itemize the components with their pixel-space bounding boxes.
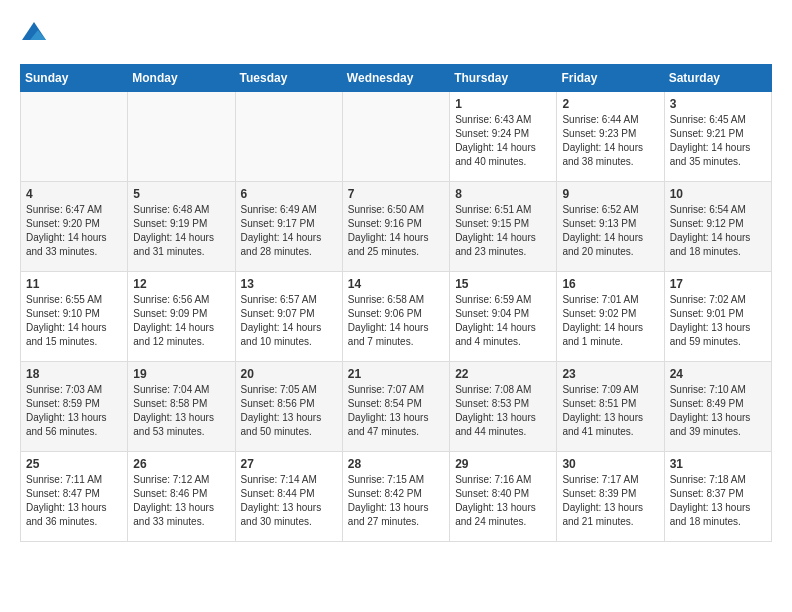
day-info: Sunrise: 7:14 AM Sunset: 8:44 PM Dayligh…: [241, 473, 337, 529]
day-cell: 9Sunrise: 6:52 AM Sunset: 9:13 PM Daylig…: [557, 182, 664, 272]
day-cell: 6Sunrise: 6:49 AM Sunset: 9:17 PM Daylig…: [235, 182, 342, 272]
day-cell: 15Sunrise: 6:59 AM Sunset: 9:04 PM Dayli…: [450, 272, 557, 362]
day-info: Sunrise: 6:51 AM Sunset: 9:15 PM Dayligh…: [455, 203, 551, 259]
day-number: 28: [348, 457, 444, 471]
day-info: Sunrise: 6:50 AM Sunset: 9:16 PM Dayligh…: [348, 203, 444, 259]
day-info: Sunrise: 7:08 AM Sunset: 8:53 PM Dayligh…: [455, 383, 551, 439]
day-number: 23: [562, 367, 658, 381]
day-info: Sunrise: 7:03 AM Sunset: 8:59 PM Dayligh…: [26, 383, 122, 439]
day-info: Sunrise: 7:15 AM Sunset: 8:42 PM Dayligh…: [348, 473, 444, 529]
day-info: Sunrise: 6:59 AM Sunset: 9:04 PM Dayligh…: [455, 293, 551, 349]
logo: [20, 20, 52, 48]
day-info: Sunrise: 6:44 AM Sunset: 9:23 PM Dayligh…: [562, 113, 658, 169]
day-number: 4: [26, 187, 122, 201]
day-cell: 20Sunrise: 7:05 AM Sunset: 8:56 PM Dayli…: [235, 362, 342, 452]
day-cell: [342, 92, 449, 182]
day-number: 15: [455, 277, 551, 291]
day-info: Sunrise: 6:43 AM Sunset: 9:24 PM Dayligh…: [455, 113, 551, 169]
day-cell: 7Sunrise: 6:50 AM Sunset: 9:16 PM Daylig…: [342, 182, 449, 272]
day-cell: 28Sunrise: 7:15 AM Sunset: 8:42 PM Dayli…: [342, 452, 449, 542]
day-info: Sunrise: 7:07 AM Sunset: 8:54 PM Dayligh…: [348, 383, 444, 439]
day-info: Sunrise: 6:58 AM Sunset: 9:06 PM Dayligh…: [348, 293, 444, 349]
col-header-tuesday: Tuesday: [235, 65, 342, 92]
day-cell: 2Sunrise: 6:44 AM Sunset: 9:23 PM Daylig…: [557, 92, 664, 182]
day-cell: [235, 92, 342, 182]
day-info: Sunrise: 7:05 AM Sunset: 8:56 PM Dayligh…: [241, 383, 337, 439]
day-cell: 17Sunrise: 7:02 AM Sunset: 9:01 PM Dayli…: [664, 272, 771, 362]
day-info: Sunrise: 6:57 AM Sunset: 9:07 PM Dayligh…: [241, 293, 337, 349]
day-cell: 13Sunrise: 6:57 AM Sunset: 9:07 PM Dayli…: [235, 272, 342, 362]
header-row: SundayMondayTuesdayWednesdayThursdayFrid…: [21, 65, 772, 92]
day-number: 2: [562, 97, 658, 111]
day-cell: 23Sunrise: 7:09 AM Sunset: 8:51 PM Dayli…: [557, 362, 664, 452]
day-number: 16: [562, 277, 658, 291]
day-info: Sunrise: 6:45 AM Sunset: 9:21 PM Dayligh…: [670, 113, 766, 169]
day-cell: 1Sunrise: 6:43 AM Sunset: 9:24 PM Daylig…: [450, 92, 557, 182]
week-row-4: 18Sunrise: 7:03 AM Sunset: 8:59 PM Dayli…: [21, 362, 772, 452]
day-info: Sunrise: 7:17 AM Sunset: 8:39 PM Dayligh…: [562, 473, 658, 529]
day-number: 3: [670, 97, 766, 111]
day-number: 21: [348, 367, 444, 381]
day-number: 9: [562, 187, 658, 201]
col-header-wednesday: Wednesday: [342, 65, 449, 92]
col-header-monday: Monday: [128, 65, 235, 92]
day-info: Sunrise: 7:18 AM Sunset: 8:37 PM Dayligh…: [670, 473, 766, 529]
day-info: Sunrise: 6:55 AM Sunset: 9:10 PM Dayligh…: [26, 293, 122, 349]
day-number: 19: [133, 367, 229, 381]
day-cell: 29Sunrise: 7:16 AM Sunset: 8:40 PM Dayli…: [450, 452, 557, 542]
day-cell: 3Sunrise: 6:45 AM Sunset: 9:21 PM Daylig…: [664, 92, 771, 182]
day-info: Sunrise: 7:02 AM Sunset: 9:01 PM Dayligh…: [670, 293, 766, 349]
day-number: 12: [133, 277, 229, 291]
logo-icon: [20, 20, 48, 48]
col-header-thursday: Thursday: [450, 65, 557, 92]
day-cell: 24Sunrise: 7:10 AM Sunset: 8:49 PM Dayli…: [664, 362, 771, 452]
week-row-3: 11Sunrise: 6:55 AM Sunset: 9:10 PM Dayli…: [21, 272, 772, 362]
day-number: 18: [26, 367, 122, 381]
day-number: 26: [133, 457, 229, 471]
day-number: 10: [670, 187, 766, 201]
day-cell: 10Sunrise: 6:54 AM Sunset: 9:12 PM Dayli…: [664, 182, 771, 272]
day-number: 22: [455, 367, 551, 381]
day-info: Sunrise: 7:12 AM Sunset: 8:46 PM Dayligh…: [133, 473, 229, 529]
col-header-saturday: Saturday: [664, 65, 771, 92]
day-cell: 14Sunrise: 6:58 AM Sunset: 9:06 PM Dayli…: [342, 272, 449, 362]
day-info: Sunrise: 6:49 AM Sunset: 9:17 PM Dayligh…: [241, 203, 337, 259]
day-info: Sunrise: 7:16 AM Sunset: 8:40 PM Dayligh…: [455, 473, 551, 529]
col-header-sunday: Sunday: [21, 65, 128, 92]
day-number: 25: [26, 457, 122, 471]
day-info: Sunrise: 7:10 AM Sunset: 8:49 PM Dayligh…: [670, 383, 766, 439]
day-cell: 18Sunrise: 7:03 AM Sunset: 8:59 PM Dayli…: [21, 362, 128, 452]
col-header-friday: Friday: [557, 65, 664, 92]
day-info: Sunrise: 7:09 AM Sunset: 8:51 PM Dayligh…: [562, 383, 658, 439]
day-cell: 12Sunrise: 6:56 AM Sunset: 9:09 PM Dayli…: [128, 272, 235, 362]
day-number: 6: [241, 187, 337, 201]
day-cell: 25Sunrise: 7:11 AM Sunset: 8:47 PM Dayli…: [21, 452, 128, 542]
day-number: 7: [348, 187, 444, 201]
day-info: Sunrise: 7:01 AM Sunset: 9:02 PM Dayligh…: [562, 293, 658, 349]
week-row-2: 4Sunrise: 6:47 AM Sunset: 9:20 PM Daylig…: [21, 182, 772, 272]
day-cell: 30Sunrise: 7:17 AM Sunset: 8:39 PM Dayli…: [557, 452, 664, 542]
day-cell: 8Sunrise: 6:51 AM Sunset: 9:15 PM Daylig…: [450, 182, 557, 272]
week-row-5: 25Sunrise: 7:11 AM Sunset: 8:47 PM Dayli…: [21, 452, 772, 542]
day-number: 29: [455, 457, 551, 471]
day-number: 24: [670, 367, 766, 381]
day-info: Sunrise: 6:52 AM Sunset: 9:13 PM Dayligh…: [562, 203, 658, 259]
day-number: 13: [241, 277, 337, 291]
week-row-1: 1Sunrise: 6:43 AM Sunset: 9:24 PM Daylig…: [21, 92, 772, 182]
day-info: Sunrise: 7:11 AM Sunset: 8:47 PM Dayligh…: [26, 473, 122, 529]
day-number: 5: [133, 187, 229, 201]
day-cell: [21, 92, 128, 182]
day-cell: 21Sunrise: 7:07 AM Sunset: 8:54 PM Dayli…: [342, 362, 449, 452]
day-cell: 5Sunrise: 6:48 AM Sunset: 9:19 PM Daylig…: [128, 182, 235, 272]
day-number: 31: [670, 457, 766, 471]
page-header: [20, 20, 772, 48]
day-cell: 22Sunrise: 7:08 AM Sunset: 8:53 PM Dayli…: [450, 362, 557, 452]
day-number: 17: [670, 277, 766, 291]
day-cell: [128, 92, 235, 182]
day-info: Sunrise: 7:04 AM Sunset: 8:58 PM Dayligh…: [133, 383, 229, 439]
day-info: Sunrise: 6:48 AM Sunset: 9:19 PM Dayligh…: [133, 203, 229, 259]
day-info: Sunrise: 6:54 AM Sunset: 9:12 PM Dayligh…: [670, 203, 766, 259]
day-cell: 31Sunrise: 7:18 AM Sunset: 8:37 PM Dayli…: [664, 452, 771, 542]
day-cell: 27Sunrise: 7:14 AM Sunset: 8:44 PM Dayli…: [235, 452, 342, 542]
day-cell: 4Sunrise: 6:47 AM Sunset: 9:20 PM Daylig…: [21, 182, 128, 272]
